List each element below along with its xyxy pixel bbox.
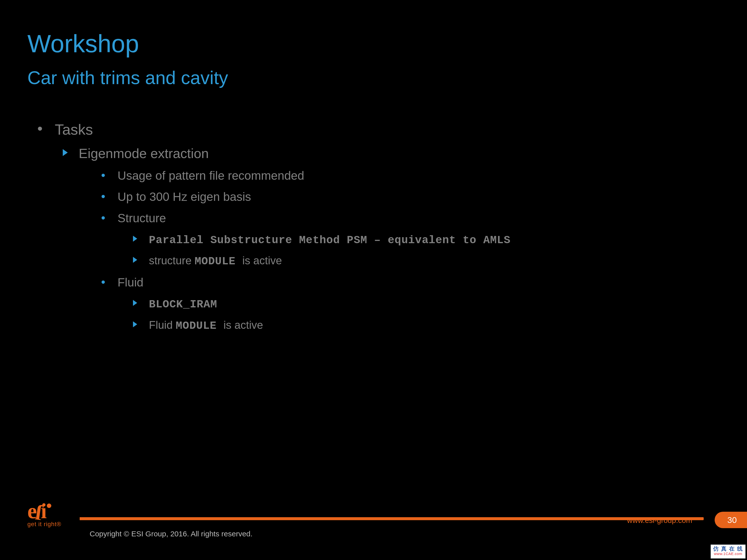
fluid-mod-post: is active	[223, 319, 263, 331]
structure-label: Structure	[118, 212, 166, 225]
copyright-text: Copyright © ESI Group, 2016. All rights …	[89, 530, 253, 538]
bullet-eigenmode: Eigenmode extraction Usage of pattern fi…	[57, 143, 717, 336]
footer-url: www.esi-group.com	[627, 516, 692, 525]
bullet-fluid: Fluid BLOCK_IRAM Fluid MODULE is active	[94, 272, 717, 336]
struct-mod-post: is active	[242, 255, 282, 267]
logo-mark: eſi	[27, 503, 51, 520]
struct-mod-pre: structure	[149, 255, 195, 267]
tasks-label: Tasks	[55, 121, 93, 138]
slide-title: Workshop	[27, 29, 139, 58]
block-iram-code: BLOCK_IRAM	[149, 298, 217, 311]
page-number-badge: 30	[715, 512, 747, 528]
slide: Workshop Car with trims and cavity Tasks…	[0, 0, 747, 560]
bullet-structure: Structure Parallel Substructure Method P…	[94, 208, 717, 272]
struct-mod-code: MODULE	[195, 255, 242, 268]
bullet-block-iram: BLOCK_IRAM	[129, 293, 717, 315]
bullet-tasks: Tasks Eigenmode extraction Usage of patt…	[37, 119, 717, 336]
psm-code: Parallel Substructure Method PSM – equiv…	[149, 234, 511, 246]
slide-subtitle: Car with trims and cavity	[27, 67, 228, 88]
bullet-fluid-module: Fluid MODULE is active	[129, 315, 717, 336]
fluid-mod-pre: Fluid	[149, 319, 176, 331]
esi-logo: eſi get it right®	[27, 503, 61, 528]
watermark-line2: www.1CAE.com	[711, 552, 745, 556]
fluid-mod-code: MODULE	[176, 320, 224, 332]
watermark-badge: 仿 真 在 线 www.1CAE.com	[711, 544, 746, 559]
logo-tagline: get it right®	[27, 521, 61, 528]
watermark-line1: 仿 真 在 线	[711, 546, 745, 552]
eigenmode-label: Eigenmode extraction	[79, 146, 209, 161]
logo-dot-icon	[47, 504, 51, 508]
bullet-psm: Parallel Substructure Method PSM – equiv…	[129, 229, 717, 250]
footer-rule	[80, 517, 702, 520]
slide-body: Tasks Eigenmode extraction Usage of patt…	[37, 119, 717, 339]
bullet-structure-module: structure MODULE is active	[129, 250, 717, 271]
bullet-300hz: Up to 300 Hz eigen basis	[94, 186, 717, 207]
fluid-label: Fluid	[118, 276, 144, 289]
bullet-pattern-file: Usage of pattern file recommended	[94, 165, 717, 186]
